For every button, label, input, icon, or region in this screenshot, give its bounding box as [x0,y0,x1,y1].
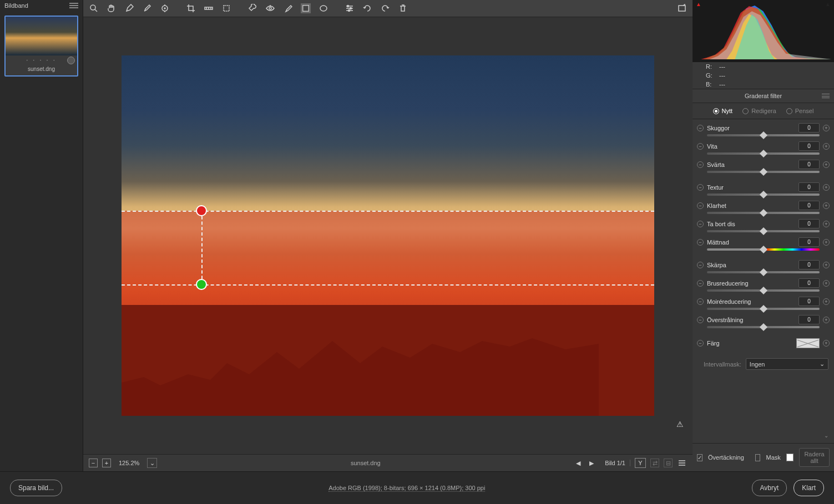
blacks-input[interactable] [798,160,820,169]
saturation-plus-button[interactable]: + [823,239,830,246]
moire-slider[interactable] [707,308,820,310]
whites-minus-button[interactable]: − [697,143,704,150]
before-after-button[interactable]: Y [635,458,646,468]
noise-plus-button[interactable]: + [823,280,830,287]
dehaze-minus-button[interactable]: − [697,221,704,227]
rotate-ccw-icon[interactable] [362,3,372,13]
whites-slider[interactable] [707,152,820,155]
image-info[interactable]: Adobe RGB (1998); 8-bitars; 696 × 1214 (… [328,485,485,492]
whites-input[interactable] [798,141,820,151]
spot-removal-icon[interactable] [247,3,257,13]
color-sampler-icon[interactable] [142,3,152,13]
mode-edit[interactable]: Redigera [742,108,776,114]
dehaze-plus-button[interactable]: + [823,221,830,227]
whites-plus-button[interactable]: + [823,143,830,150]
gradient-start-pin[interactable] [196,205,207,216]
clarity-plus-button[interactable]: + [823,202,830,209]
moire-input[interactable] [798,297,820,306]
filmstrip-menu-icon[interactable] [69,3,78,8]
preferences-icon[interactable] [345,3,355,13]
shadows-plus-button[interactable]: + [823,125,830,131]
svg-point-20 [348,10,350,12]
erase-all-button[interactable]: Radera allt [799,448,830,467]
image-canvas[interactable] [122,55,654,416]
saturation-input[interactable] [798,237,820,247]
sharpness-slider[interactable] [707,271,820,273]
copy-button[interactable]: ⊟ [664,459,673,467]
next-image-icon[interactable]: ▶ [587,459,596,467]
pan-tool-icon[interactable] [107,3,117,13]
graduated-filter-icon[interactable] [301,3,311,13]
thumbnail[interactable]: · · · · · sunset.dng [4,16,78,77]
settings-icon[interactable] [677,458,687,468]
highlight-clip-icon[interactable]: ▲ [825,1,831,7]
noise-input[interactable] [798,278,820,288]
saturation-minus-button[interactable]: − [697,239,704,246]
clarity-minus-button[interactable]: − [697,202,704,209]
cancel-button[interactable]: Avbryt [752,480,787,496]
noise-slider[interactable] [707,289,820,292]
rotate-cw-icon[interactable] [380,3,390,13]
blacks-slider[interactable] [707,171,820,173]
saturation-slider[interactable] [707,248,820,251]
texture-minus-button[interactable]: − [697,184,704,191]
moire-plus-button[interactable]: + [823,298,830,305]
sharpness-input[interactable] [798,260,820,269]
zoom-tool-icon[interactable] [89,3,99,13]
chevron-down-icon[interactable]: ⌄ [824,432,828,439]
thumbnail-rating[interactable]: · · · · · [6,55,77,64]
defringe-slider[interactable] [707,326,820,328]
range-mask-dropdown[interactable]: Ingen⌄ [746,358,828,370]
crop-tool-icon[interactable] [186,3,196,13]
blacks-minus-button[interactable]: − [697,161,704,168]
noise-minus-button[interactable]: − [697,280,704,287]
brush-icon[interactable] [283,3,293,13]
mode-brush[interactable]: Pensel [786,108,814,114]
histogram[interactable]: ▲ ▲ [693,0,834,62]
dehaze-label: Ta bort dis [707,221,795,227]
mask-color-swatch[interactable] [786,454,793,461]
shadow-clip-icon[interactable]: ▲ [696,1,701,7]
sharpness-plus-button[interactable]: + [823,262,830,268]
mode-new[interactable]: Nytt [713,108,733,114]
clarity-input[interactable] [798,201,820,210]
shadows-slider[interactable] [707,134,820,136]
zoom-in-button[interactable]: + [102,459,111,467]
swap-button[interactable]: ⇄ [650,459,659,467]
texture-input[interactable] [798,182,820,192]
defringe-plus-button[interactable]: + [823,317,830,323]
overlay-checkbox[interactable] [697,454,702,461]
warning-icon[interactable]: ⚠ [676,420,684,429]
done-button[interactable]: Klart [793,480,824,496]
dehaze-slider[interactable] [707,230,820,232]
sharpness-minus-button[interactable]: − [697,262,704,268]
save-image-button[interactable]: Spara bild... [10,480,62,496]
dehaze-input[interactable] [798,219,820,228]
color-swatch[interactable] [796,338,820,348]
mask-checkbox[interactable] [755,454,761,461]
defringe-input[interactable] [798,315,820,324]
eyedropper-icon[interactable] [124,3,134,13]
radial-filter-icon[interactable] [319,3,328,13]
color-minus-button[interactable]: − [697,340,704,347]
straighten-icon[interactable] [204,3,214,13]
clarity-slider[interactable] [707,212,820,214]
texture-plus-button[interactable]: + [823,184,830,191]
blacks-plus-button[interactable]: + [823,161,830,168]
target-adjust-icon[interactable] [160,3,170,13]
color-plus-button[interactable]: + [823,340,830,347]
trash-icon[interactable] [398,3,408,13]
gradient-end-pin[interactable] [196,279,207,290]
transform-icon[interactable] [221,3,231,13]
panel-menu-icon[interactable] [822,94,830,98]
zoom-out-button[interactable]: − [89,459,98,467]
defringe-minus-button[interactable]: − [697,317,704,323]
redeye-icon[interactable] [265,3,275,13]
moire-minus-button[interactable]: − [697,298,704,305]
shadows-input[interactable] [798,123,820,133]
open-image-icon[interactable] [677,3,687,13]
texture-slider[interactable] [707,194,820,196]
prev-image-icon[interactable]: ◀ [574,459,583,467]
zoom-dropdown[interactable]: ⌄ [147,458,157,468]
shadows-minus-button[interactable]: − [697,125,704,131]
